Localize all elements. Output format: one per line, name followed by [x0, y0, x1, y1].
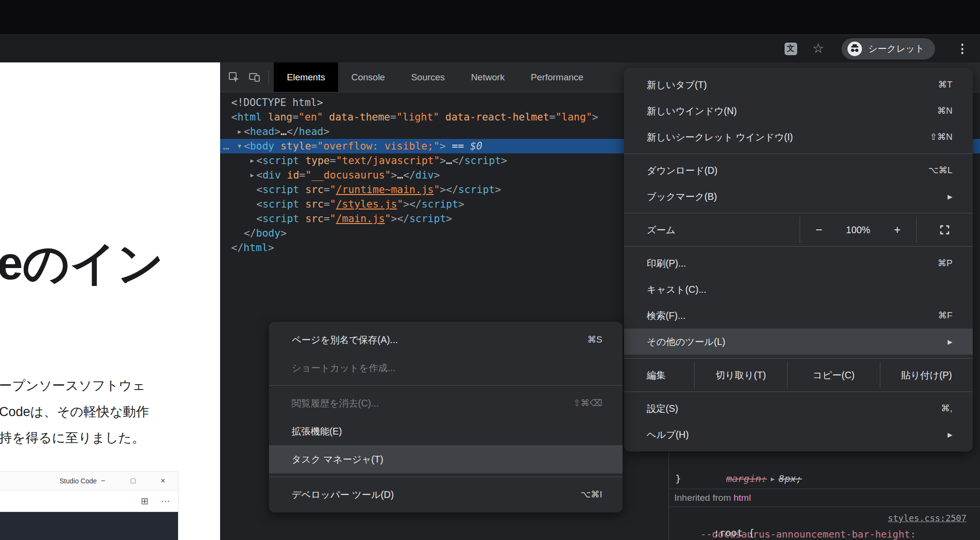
menu-item-new-window[interactable]: 新しいウインドウ(N)⌘N: [624, 98, 973, 124]
vscode-window-controls: −□×: [88, 472, 178, 491]
menu-item-label: 閲覧履歴を消去(C)...: [292, 397, 379, 410]
submenu-item-create-shortcut[interactable]: ショートカットを作成...: [269, 354, 623, 382]
menu-item-label: 設定(S): [647, 402, 678, 415]
menu-item-help[interactable]: ヘルプ(H)▶: [624, 421, 973, 448]
tab-network[interactable]: Network: [458, 62, 518, 92]
menu-item-label: その他のツール(L): [647, 335, 726, 348]
menu-item-shortcut: ⌥⌘I: [580, 489, 602, 500]
menu-item-paste[interactable]: 貼り付け(P): [880, 362, 973, 388]
menu-item-shortcut: ⌘,: [941, 403, 952, 414]
menu-item-new-incognito-window[interactable]: 新しいシークレット ウインドウ(I)⇧⌘N: [624, 124, 973, 150]
menu-item-cut[interactable]: 切り取り(T): [694, 362, 787, 388]
page-heading-fragment: eのイン: [0, 233, 163, 296]
devtools-tabs: ElementsConsoleSourcesNetworkPerformance: [274, 62, 596, 92]
submenu-item-extensions[interactable]: 拡張機能(E): [269, 417, 623, 445]
menu-item-downloads[interactable]: ダウンロード(D)⌥⌘L: [624, 157, 973, 183]
paragraph-line: 持を得るに至りました。: [0, 425, 149, 451]
menu-item-more-tools[interactable]: その他のツール(L)▶: [624, 329, 973, 355]
menu-item-print[interactable]: 印刷(P)...⌘P: [624, 250, 973, 276]
menu-item-label: ページを別名で保存(A)...: [292, 333, 398, 346]
vscode-editor-area: [0, 512, 178, 540]
menu-item-cast[interactable]: キャスト(C)...: [624, 276, 973, 302]
css-selector[interactable]: :root {: [713, 527, 754, 539]
page-paragraph: ープンソースソフトウェCodeは、その軽快な動作持を得るに至りました。: [0, 373, 149, 451]
stylesheet-source-link[interactable]: styles.css:2507: [888, 511, 966, 525]
browser-menu-dots-icon[interactable]: ⋮: [956, 43, 968, 55]
styles-pane: margin:▸8px; } Inherited from html :root…: [668, 450, 980, 540]
inherited-from-header: Inherited from html: [669, 489, 980, 507]
incognito-badge: シークレット: [842, 38, 935, 60]
submenu-arrow-icon: ▶: [948, 431, 952, 438]
menu-item-label: ブックマーク(B): [647, 190, 717, 203]
collapse-arrow-icon[interactable]: ▼: [236, 139, 243, 153]
more-actions-dots[interactable]: …: [223, 139, 229, 153]
fullscreen-icon[interactable]: [917, 225, 973, 235]
menu-item-label: 検索(F)...: [647, 309, 685, 322]
submenu-item-save-page-as[interactable]: ページを別名で保存(A)...⌘S: [269, 326, 623, 354]
zoom-out-button[interactable]: −: [800, 223, 838, 237]
inspect-element-icon[interactable]: [226, 69, 242, 86]
zoom-value: 100%: [838, 225, 878, 236]
vscode-minimize-icon: −: [88, 472, 118, 491]
css-declaration-margin[interactable]: margin:▸8px;: [691, 457, 980, 471]
menu-item-label: タスク マネージャ(T): [292, 453, 384, 466]
menu-item-shortcut: ⌘T: [938, 79, 952, 90]
menu-item-shortcut: ⇧⌘⌫: [573, 398, 602, 408]
zoom-in-button[interactable]: +: [878, 223, 916, 237]
incognito-label: シークレット: [868, 43, 924, 55]
webpage-content: eのイン ープンソースソフトウェCodeは、その軽快な動作持を得るに至りました。…: [0, 62, 220, 540]
vscode-menubar: ⊞ ⋯: [0, 491, 178, 512]
tab-performance[interactable]: Performance: [518, 62, 596, 92]
menu-item-find[interactable]: 検索(F)...⌘F: [624, 302, 973, 329]
shorthand-expander-icon[interactable]: ▸: [770, 473, 776, 484]
menu-item-shortcut: ⇧⌘N: [930, 132, 952, 142]
css-property-name[interactable]: margin:: [726, 473, 767, 484]
vscode-layout-icon: ⊞: [141, 495, 148, 507]
incognito-icon: [847, 42, 862, 56]
vscode-screenshot: Studio Code −□× ⊞ ⋯ avaScript, Python, P…: [0, 472, 178, 540]
submenu-item-task-manager[interactable]: タスク マネージャ(T): [269, 445, 623, 473]
menu-separator: [624, 153, 973, 154]
paragraph-line: ープンソースソフトウェ: [0, 373, 149, 399]
menu-item-shortcut: ⌘S: [587, 334, 602, 345]
menu-item-shortcut: ⌘N: [937, 105, 952, 116]
html-node-link[interactable]: html: [734, 493, 751, 503]
menu-item-label: ショートカットを作成...: [292, 361, 395, 375]
menu-separator: [624, 391, 973, 392]
menu-item-label: ダウンロード(D): [647, 164, 717, 177]
menu-item-copy[interactable]: コピー(C): [787, 362, 880, 388]
bookmark-star-icon[interactable]: ☆: [813, 42, 824, 55]
vscode-titlebar: Studio Code −□×: [0, 472, 178, 491]
expand-arrow-icon[interactable]: ▶: [248, 168, 256, 182]
tab-sources[interactable]: Sources: [398, 62, 458, 92]
menu-item-shortcut: ⌘F: [938, 310, 952, 321]
expand-arrow-icon[interactable]: ▶: [236, 124, 243, 139]
submenu-item-clear-browsing-data[interactable]: 閲覧履歴を消去(C)...⇧⌘⌫: [269, 389, 623, 417]
window-titlebar: [0, 0, 980, 34]
device-toolbar-icon[interactable]: [246, 69, 263, 86]
menu-item-label: デベロッパー ツール(D): [292, 488, 394, 501]
tab-console[interactable]: Console: [338, 62, 398, 92]
tab-elements[interactable]: Elements: [274, 62, 338, 92]
translate-icon[interactable]: 文: [785, 43, 797, 55]
menu-item-label: 拡張機能(E): [292, 425, 342, 438]
menu-item-new-tab[interactable]: 新しいタブ(T)⌘T: [624, 72, 973, 98]
expand-arrow-icon[interactable]: ▶: [248, 153, 256, 168]
vscode-close-icon: ×: [148, 472, 178, 491]
css-rule-root: :root { styles.css:2507: [679, 511, 980, 525]
css-property-value[interactable]: 8px;: [779, 473, 802, 484]
browser-toolbar: 文 ☆ シークレット ⋮: [0, 34, 980, 62]
menu-item-bookmarks[interactable]: ブックマーク(B)▶: [624, 183, 973, 210]
inherited-from-label: Inherited from: [674, 493, 734, 503]
menu-item-label: 新しいシークレット ウインドウ(I): [647, 131, 793, 144]
menu-item-settings[interactable]: 設定(S)⌘,: [624, 395, 973, 421]
toolbar-actions: 文 ☆ シークレット ⋮: [785, 35, 968, 62]
menu-item-edit: 編集切り取り(T)コピー(C)貼り付け(P): [624, 362, 973, 388]
paragraph-line: Codeは、その軽快な動作: [0, 399, 149, 425]
submenu-item-developer-tools[interactable]: デベロッパー ツール(D)⌥⌘I: [269, 480, 623, 509]
menu-item-label: キャスト(C)...: [647, 283, 706, 296]
menu-item-shortcut: ⌥⌘L: [928, 165, 952, 176]
more-tools-submenu: ページを別名で保存(A)...⌘Sショートカットを作成...閲覧履歴を消去(C)…: [269, 322, 623, 512]
menu-separator: [624, 246, 973, 247]
toolbar-divider: [268, 71, 269, 84]
